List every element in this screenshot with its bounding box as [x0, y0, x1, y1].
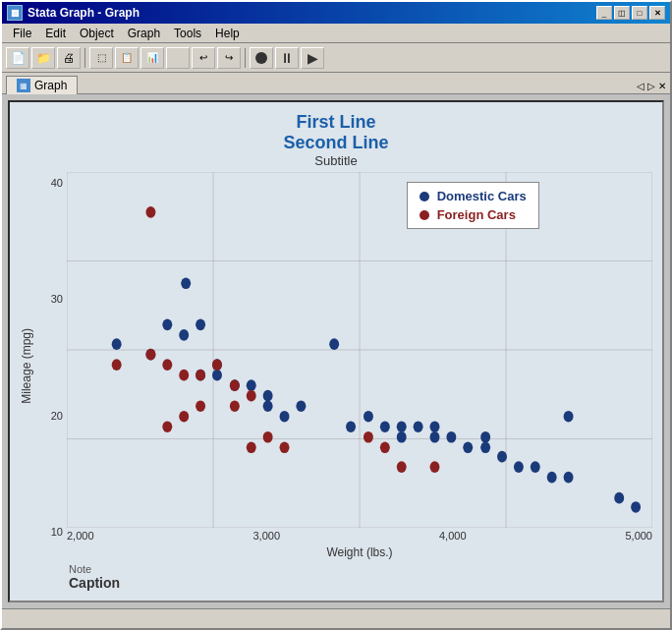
graph-title-line1: First Line: [20, 112, 652, 133]
open-button[interactable]: 📁: [31, 47, 55, 69]
graph-subtitle: Subtitle: [20, 153, 652, 168]
main-content: First Line Second Line Subtitle Mileage …: [2, 94, 670, 608]
foreign-dot: [247, 390, 256, 402]
domestic-dot: [430, 421, 440, 432]
new-button[interactable]: 📄: [6, 47, 29, 69]
graph-tab[interactable]: ▦ Graph: [6, 76, 78, 94]
x-axis-label: Weight (lbs.): [67, 545, 652, 559]
domestic-dot: [346, 421, 356, 432]
domestic-dot: [162, 318, 172, 330]
paste-button[interactable]: 📋: [115, 47, 139, 69]
foreign-dot: [196, 370, 205, 381]
close-button[interactable]: ✕: [649, 6, 665, 20]
foreign-dot: [179, 411, 189, 423]
maximize-button[interactable]: □: [632, 6, 647, 20]
menu-bar: File Edit Object Graph Tools Help: [2, 24, 670, 43]
chart-svg-wrapper: Domestic Cars Foreign Cars 2,000 3,000: [67, 172, 652, 559]
foreign-dot: [196, 400, 205, 412]
domestic-dot: [463, 441, 473, 453]
chart-area: Domestic Cars Foreign Cars: [67, 172, 652, 528]
chart-button[interactable]: 📊: [140, 47, 164, 69]
domestic-dot: [564, 411, 574, 423]
tab-prev-btn[interactable]: ◁: [637, 81, 644, 91]
domestic-dot: [179, 329, 189, 341]
domestic-dot: [212, 370, 222, 381]
x-tick-2000: 2,000: [67, 530, 94, 542]
foreign-dot: [179, 370, 189, 381]
menu-help[interactable]: Help: [209, 26, 246, 41]
graph-plot-wrapper: Mileage (mpg) 40 30 20 10: [20, 172, 652, 559]
domestic-dot: [296, 400, 306, 412]
domestic-dot: [430, 431, 440, 443]
domestic-dot: [397, 431, 407, 443]
y-tick-labels: 40 30 20 10: [39, 172, 67, 559]
record-icon: [255, 52, 267, 64]
y-tick-10: 10: [51, 526, 63, 538]
domestic-dot: [614, 492, 624, 504]
undo-button[interactable]: ↩: [192, 47, 215, 69]
pause-button[interactable]: ⏸: [275, 47, 299, 69]
foreign-dot: [430, 461, 440, 473]
legend-domestic: Domestic Cars: [420, 189, 527, 203]
app-icon: ▦: [7, 5, 23, 21]
domestic-dot: [380, 421, 390, 432]
domestic-dot: [329, 338, 339, 350]
domestic-dot: [480, 441, 490, 453]
foreign-dot: [112, 359, 122, 371]
blank1-button[interactable]: [166, 47, 190, 69]
y-tick-20: 20: [51, 410, 63, 422]
legend-domestic-label: Domestic Cars: [437, 189, 527, 203]
toolbar: 📄 📁 🖨 ⬚ 📋 📊 ↩ ↪ ⏸ ▶: [2, 43, 670, 73]
print-button[interactable]: 🖨: [57, 47, 81, 69]
foreign-dot: [380, 441, 390, 453]
domestic-dot: [112, 338, 122, 350]
domestic-dot: [631, 501, 641, 513]
domestic-dot: [564, 472, 574, 484]
minimize-button[interactable]: _: [596, 6, 612, 20]
menu-graph[interactable]: Graph: [122, 26, 166, 41]
note-caption-area: Note Caption: [20, 559, 652, 591]
play-button[interactable]: ▶: [301, 47, 324, 69]
menu-tools[interactable]: Tools: [168, 26, 207, 41]
domestic-dot: [263, 390, 273, 402]
window-controls: _ ◫ □ ✕: [596, 6, 665, 20]
record-button[interactable]: [250, 47, 273, 69]
domestic-dot: [181, 277, 191, 289]
redo-button[interactable]: ↪: [217, 47, 241, 69]
domestic-dot: [514, 461, 524, 473]
foreign-dot: [247, 441, 256, 453]
toolbar-separator-2: [245, 48, 246, 68]
foreign-dot: [230, 400, 240, 412]
copy-button[interactable]: ⬚: [89, 47, 113, 69]
y-axis-label-container: Mileage (mpg): [20, 172, 39, 559]
scatter-svg: [67, 172, 652, 528]
tab-bar: ▦ Graph ◁ ▷ ✕: [2, 73, 670, 94]
restore-button[interactable]: ◫: [614, 6, 630, 20]
foreign-dot: [230, 379, 240, 391]
legend: Domestic Cars Foreign Cars: [407, 182, 539, 229]
title-bar-left: ▦ Stata Graph - Graph: [7, 5, 140, 21]
foreign-dot: [212, 359, 222, 371]
y-tick-40: 40: [51, 177, 63, 189]
menu-edit[interactable]: Edit: [39, 26, 72, 41]
domestic-dot: [547, 472, 557, 484]
domestic-dot: [480, 431, 490, 443]
domestic-dot: [414, 421, 423, 432]
caption-label: Caption: [69, 575, 652, 591]
domestic-dot: [280, 411, 290, 423]
domestic-dot: [497, 451, 507, 463]
tab-close-btn[interactable]: ✕: [658, 81, 666, 91]
graph-container: First Line Second Line Subtitle Mileage …: [8, 100, 664, 602]
foreign-dot: [162, 421, 172, 432]
legend-domestic-dot: [420, 192, 429, 201]
x-tick-4000: 4,000: [439, 530, 467, 542]
foreign-dot: [145, 349, 155, 361]
foreign-dot: [162, 359, 172, 371]
note-label: Note: [69, 563, 652, 575]
legend-foreign-label: Foreign Cars: [437, 207, 516, 222]
foreign-dot: [364, 431, 373, 443]
foreign-dot: [263, 431, 273, 443]
menu-file[interactable]: File: [7, 26, 37, 41]
tab-next-btn[interactable]: ▷: [647, 81, 655, 91]
menu-object[interactable]: Object: [74, 26, 120, 41]
